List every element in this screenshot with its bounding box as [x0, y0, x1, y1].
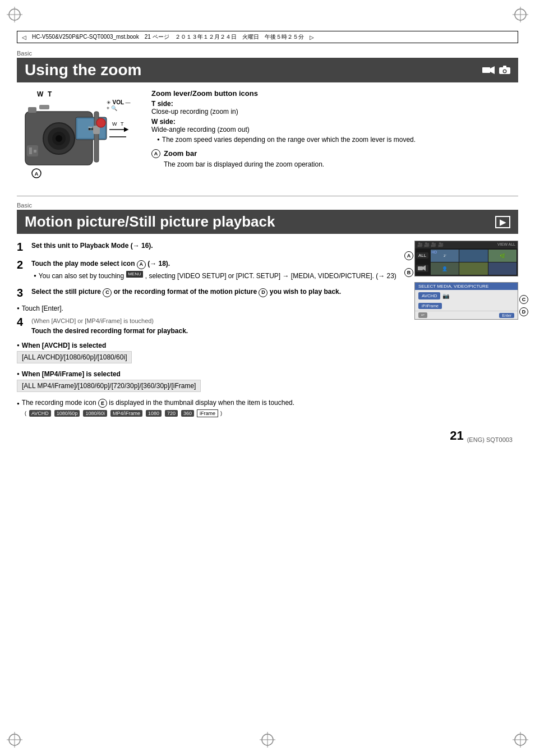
label-a-annot: A: [404, 251, 413, 260]
corner-mark-bl: [7, 732, 22, 749]
svg-rect-31: [28, 107, 36, 113]
section1-title-text: Using the zoom: [25, 61, 141, 79]
zoom-lever-title: Zoom lever/Zoom button icons: [151, 89, 518, 98]
avchd-badge: AVCHD: [29, 410, 51, 417]
touch-enter-note: Touch [Enter].: [17, 305, 405, 312]
svg-text:📷: 📷: [88, 125, 94, 131]
1080-60p-badge: 1080/60p: [54, 410, 80, 417]
menu-icon: MENU: [126, 271, 143, 278]
svg-rect-35: [29, 147, 32, 154]
page-number: 21: [450, 428, 463, 443]
step-4: 4 (When [AVCHD] or [MP4/iFrame] is touch…: [17, 316, 405, 336]
w-side-desc: Wide-angle recording (zoom out): [151, 126, 250, 133]
section2-title-text: Motion picture/Still picture playback: [25, 213, 275, 231]
svg-rect-18: [503, 66, 506, 68]
header-bar: ◁ HC-V550&V250P&PC-SQT0003_mst.book 21 ペ…: [17, 31, 518, 43]
camera-body-svg: 📷 A: [17, 100, 135, 185]
select-media-content: AVCHD 📷: [415, 290, 518, 302]
iframe-btn-row: iP/iFrame: [415, 302, 518, 311]
section2: Basic Motion picture/Still picture playb…: [17, 202, 518, 417]
recording-note: ● The recording mode icon E is displayed…: [17, 399, 405, 417]
camera-svg: T W ✳ VOL — + 🔍: [17, 89, 135, 185]
svg-rect-43: [418, 266, 423, 270]
select-media-title: SELECT MEDIA, VIDEO/PICTURE: [415, 283, 518, 290]
step2-content: Touch the play mode select icon A (→ 18)…: [31, 259, 396, 281]
when-mp4-label: ● When [MP4/iFrame] is selected: [17, 370, 405, 378]
zoom-bar-desc: The zoom bar is displayed during the zoo…: [164, 160, 518, 168]
camera-icon: [499, 66, 510, 75]
steps-area: 1 Set this unit to Playback Mode (→ 16).…: [17, 241, 518, 417]
when-avchd-label: ● When [AVCHD] is selected: [17, 342, 405, 349]
section1-label: Basic: [17, 50, 518, 57]
page-wrapper: ◁ HC-V550&V250P&PC-SQT0003_mst.book 21 ペ…: [0, 0, 535, 756]
screenshot1: 🎥 🎥 🎥 🎥 VIEW ALL ALL: [414, 241, 518, 276]
touch-enter-text: Touch [Enter].: [22, 305, 63, 312]
label-b-annot: B: [404, 268, 413, 277]
camera-diagram: T W ✳ VOL — + 🔍: [17, 89, 140, 185]
svg-rect-32: [39, 105, 49, 109]
step2-sub-bullet: You can also set by touching MENU, selec…: [34, 271, 396, 281]
camera-btn[interactable]: 📷: [442, 293, 449, 299]
t-side-desc: Close-up recording (zoom in): [151, 108, 238, 116]
mp4iframe-btn[interactable]: iP/iFrame: [418, 303, 442, 309]
header-arrow-left: ◁: [22, 34, 26, 40]
back-button[interactable]: ↩: [418, 312, 427, 318]
corner-mark-bottom: [260, 732, 275, 749]
w-label-top: W: [37, 90, 43, 98]
corner-mark-tl: [7, 7, 22, 24]
t-label-top: T: [48, 90, 52, 98]
icons-row: ( AVCHD 1080/60p 1080/60i MP4/iFrame 108…: [25, 409, 405, 417]
video-icon: [482, 66, 495, 75]
step1-num: 1: [17, 241, 28, 253]
step4-num: 4: [17, 316, 28, 328]
section1: Basic Using the zoom T W ✳: [17, 50, 518, 185]
svg-point-25: [56, 135, 62, 142]
section1-content: T W ✳ VOL — + 🔍: [17, 89, 518, 185]
step3-num: 3: [17, 287, 28, 299]
select-media-footer: ↩ Enter: [415, 311, 518, 319]
header-japanese-text: HC-V550&V250P&PC-SQT0003_mst.book 21 ページ…: [32, 33, 304, 41]
screenshot1-top: 🎥 🎥 🎥 🎥: [417, 242, 444, 247]
step-3: 3 Select the still picture C or the reco…: [17, 287, 405, 299]
step-2: 2 Touch the play mode select icon A (→ 1…: [17, 259, 405, 281]
svg-rect-15: [482, 67, 490, 73]
avchd-btn[interactable]: AVCHD: [418, 292, 440, 299]
720-badge: 720: [165, 410, 178, 417]
zoom-info: Zoom lever/Zoom button icons T side: Clo…: [151, 89, 518, 185]
mp4-badge: MP4/iFrame: [110, 410, 142, 417]
header-arrow-right: ▷: [310, 34, 314, 40]
svg-text:W: W: [112, 121, 117, 127]
corner-mark-tr: [513, 7, 528, 24]
step3-content: Select the still picture C or the record…: [31, 287, 341, 297]
corner-mark-br: [513, 732, 528, 749]
step-1: 1 Set this unit to Playback Mode (→ 16).: [17, 241, 405, 253]
zoom-bullet1: The zoom speed varies depending on the r…: [157, 136, 518, 144]
screenshot2: SELECT MEDIA, VIDEO/PICTURE AVCHD 📷 iP/i…: [414, 282, 518, 320]
svg-text:T: T: [121, 121, 124, 127]
svg-point-33: [96, 118, 105, 127]
section1-title-bar: Using the zoom: [17, 58, 518, 82]
svg-marker-44: [423, 265, 426, 271]
page-footer: 21 (ENG) SQT0003: [17, 428, 518, 443]
step1-content: Set this unit to Playback Mode (→ 16).: [31, 241, 153, 251]
1080-60i-badge: 1080/60i: [83, 410, 107, 417]
t-side-label: T side:: [151, 100, 173, 108]
label-d-annot: D: [519, 307, 528, 316]
avchd-section: ● When [AVCHD] is selected [ALL AVCHD]/[…: [17, 342, 405, 367]
enter-button[interactable]: Enter: [499, 313, 514, 318]
play-icon-badge: ▶: [495, 216, 510, 228]
iframe-badge: iFrame: [197, 409, 218, 417]
zoom-bar-label: Zoom bar: [164, 149, 197, 158]
w-side-label: W side:: [151, 118, 176, 126]
section1-icons: [482, 66, 510, 75]
screenshot1-wrapper: 🎥 🎥 🎥 🎥 VIEW ALL ALL: [414, 241, 518, 276]
avchd-formats: [ALL AVCHD]/[1080/60p]/[1080/60i]: [17, 351, 132, 363]
divider: [17, 196, 518, 196]
360-badge: 360: [181, 410, 194, 417]
zoom-bar-section: A Zoom bar The zoom bar is displayed dur…: [151, 149, 518, 168]
svg-marker-16: [490, 66, 495, 74]
steps-left: 1 Set this unit to Playback Mode (→ 16).…: [17, 241, 405, 417]
1080-badge: 1080: [146, 410, 162, 417]
label-c-annot: C: [519, 294, 528, 304]
mp4-formats: [ALL MP4/iFrame]/[1080/60p]/[720/30p]/[3…: [17, 380, 201, 392]
